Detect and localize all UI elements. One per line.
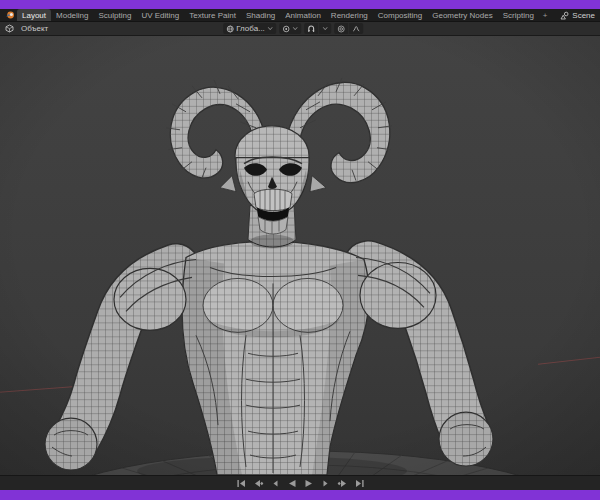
pivot-point-icon (282, 25, 290, 33)
play-reverse-button[interactable] (284, 477, 299, 489)
artstation-framed-screenshot: Layout Modeling Sculpting UV Editing Tex… (0, 0, 600, 500)
tab-sculpting[interactable]: Sculpting (94, 9, 137, 21)
tab-layout[interactable]: Layout (17, 9, 51, 21)
tab-compositing[interactable]: Compositing (373, 9, 427, 21)
tab-shading[interactable]: Shading (241, 9, 280, 21)
jump-to-end-button[interactable] (352, 477, 367, 489)
proportional-falloff-dropdown[interactable] (349, 23, 363, 34)
play-button[interactable] (301, 477, 316, 489)
scene-icon (560, 11, 569, 20)
chevron-down-icon (322, 26, 328, 31)
scene-label: Scene (572, 11, 595, 20)
snap-group (304, 23, 331, 34)
next-keyframe-button[interactable] (335, 477, 350, 489)
blender-topbar: Layout Modeling Sculpting UV Editing Tex… (0, 9, 600, 22)
proportional-falloff-icon (352, 25, 360, 32)
object-menu[interactable]: Объект (18, 24, 51, 33)
tab-texture-paint[interactable]: Texture Paint (184, 9, 241, 21)
orientation-label: Глоба... (236, 24, 265, 33)
chevron-down-icon (267, 26, 273, 31)
3d-viewport[interactable] (0, 36, 600, 475)
tab-scripting[interactable]: Scripting (498, 9, 539, 21)
jump-to-start-icon (235, 479, 247, 488)
add-workspace-button[interactable]: + (539, 9, 552, 21)
proportional-group (334, 23, 363, 34)
previous-frame-button[interactable] (267, 477, 282, 489)
orientation-globe-icon (226, 25, 234, 33)
editor-type-icon[interactable] (5, 24, 14, 33)
tab-uv-editing[interactable]: UV Editing (136, 9, 184, 21)
blender-logo-icon[interactable] (2, 9, 17, 21)
snap-options-dropdown[interactable] (319, 23, 331, 34)
transform-snap-tools: Глоба... (223, 23, 363, 34)
workspace-tabs: Layout Modeling Sculpting UV Editing Tex… (17, 9, 552, 21)
tab-animation[interactable]: Animation (280, 9, 326, 21)
snap-toggle-button[interactable] (304, 23, 318, 34)
viewport-scene (0, 36, 600, 475)
previous-keyframe-icon (252, 479, 264, 488)
previous-keyframe-button[interactable] (250, 477, 265, 489)
top-accent-bar (0, 0, 600, 9)
next-keyframe-icon (337, 479, 349, 488)
transform-orientation-dropdown[interactable]: Глоба... (223, 23, 276, 34)
snap-magnet-icon (307, 25, 315, 33)
viewport-header: Объект Глоба... (0, 22, 600, 36)
blender-logo-glyph (5, 10, 15, 20)
play-reverse-icon (286, 479, 298, 488)
next-frame-button[interactable] (318, 477, 333, 489)
jump-to-end-icon (354, 479, 366, 488)
play-icon (303, 479, 315, 488)
tab-geometry-nodes[interactable]: Geometry Nodes (427, 9, 497, 21)
bottom-accent-bar (0, 490, 600, 500)
chevron-down-icon (292, 26, 298, 31)
tab-modeling[interactable]: Modeling (51, 9, 93, 21)
proportional-editing-icon (337, 25, 345, 33)
previous-frame-icon (269, 479, 281, 488)
tab-rendering[interactable]: Rendering (326, 9, 373, 21)
scene-selector[interactable]: Scene (555, 9, 600, 21)
proportional-editing-toggle[interactable] (334, 23, 348, 34)
timeline-bar (0, 475, 600, 490)
jump-to-start-button[interactable] (233, 477, 248, 489)
next-frame-icon (320, 479, 332, 488)
pivot-point-dropdown[interactable] (279, 23, 301, 34)
